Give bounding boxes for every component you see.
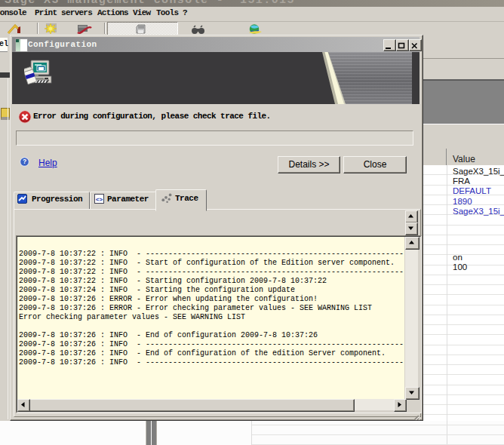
svg-text:?: ? — [23, 158, 26, 165]
svg-text:<>: <> — [96, 196, 103, 203]
